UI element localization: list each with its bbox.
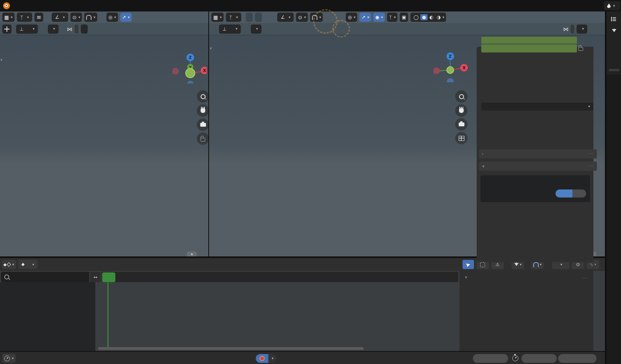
end-frame-field[interactable] [558, 354, 596, 363]
svg-text:X: X [462, 66, 466, 70]
pose-overlay-button[interactable]: ᛉ▾ [387, 13, 397, 22]
mirror-icon: ⋈ [67, 26, 72, 32]
auto-keying-toggle[interactable] [256, 354, 268, 363]
show-gizmo-button[interactable]: ↗▾ [360, 13, 371, 22]
timeline-footer: ▾ ▾ [0, 351, 605, 364]
show-gizmo-button[interactable]: ↗▾ [120, 13, 132, 22]
drag-select[interactable]: ▾ [251, 24, 261, 34]
shading-mode-group: ◯ ● ◐ ◑ ▾ [410, 13, 446, 22]
pan-hand-icon[interactable] [197, 104, 209, 117]
svg-text:Z: Z [449, 54, 451, 59]
dope-sheet-sidebar: ∨ ···· [459, 271, 593, 352]
transform-orientation-select[interactable]: ∠▾ [277, 13, 294, 22]
rig-properties-box [480, 175, 590, 202]
topbar: ▾ [0, 0, 621, 11]
timeline-ruler[interactable] [101, 272, 458, 282]
shading-dropdown-icon[interactable]: ▾ [443, 16, 445, 19]
keying-popover[interactable]: ▾ [269, 354, 276, 363]
orthographic-grid-icon[interactable] [455, 132, 467, 144]
menu-select[interactable] [246, 13, 253, 22]
panel-mimic-rig-properties[interactable]: ∨ ···· [479, 162, 597, 171]
rendered-shading-icon[interactable]: ◑ [435, 15, 441, 20]
drag-handle-icon[interactable]: ···· [582, 276, 588, 280]
editor-type-button[interactable]: ▦▾ [2, 13, 15, 22]
scene-selector[interactable]: ▾ [604, 1, 620, 10]
footer-expand-button[interactable]: ∧ [187, 251, 197, 256]
scene-icon [607, 3, 611, 8]
chevron-down-icon: ∨ [482, 165, 485, 168]
editor-type-button[interactable]: ▾ [2, 260, 16, 269]
active-tool-move-icon[interactable] [2, 24, 11, 34]
pose-options-popover[interactable] [81, 24, 88, 34]
current-frame-field[interactable] [473, 354, 508, 363]
invert-filter-button[interactable]: ↔ [90, 272, 101, 282]
drag-select[interactable]: ▾ [48, 24, 59, 34]
xray-toggle[interactable]: ▣ [400, 13, 408, 22]
location-y-partial-field[interactable] [481, 37, 577, 44]
navigation-gizmo[interactable]: Z X [433, 48, 468, 82]
solid-shading-icon[interactable]: ● [420, 14, 427, 20]
orientation-select[interactable]: ⊥▾ [219, 24, 241, 34]
outliner-scrollbar[interactable] [609, 69, 619, 71]
current-frame-badge[interactable] [102, 272, 116, 282]
chevron-down-icon: ▾ [613, 4, 615, 8]
search-icon [4, 274, 9, 279]
mirror-x-toggle[interactable] [75, 24, 78, 34]
show-overlays-button[interactable]: ◉▾ [373, 13, 385, 22]
filter-icon[interactable] [608, 25, 620, 36]
navigation-gizmo[interactable]: Z Y X [172, 49, 207, 83]
chevron-down-icon: ∨ [465, 276, 467, 279]
toolbar-expand-icon[interactable]: › [0, 57, 2, 62]
zoom-icon[interactable] [197, 90, 209, 103]
outliner-tree-icon[interactable] [608, 14, 620, 24]
horizontal-scrollbar[interactable] [98, 347, 364, 350]
dope-sheet-editor[interactable]: ▾ ▾ ⚠ ▾ ▾ ▾ ⊙ ∿▾ ↔ ∨ ···· [0, 257, 605, 352]
zoom-icon[interactable] [455, 90, 467, 103]
proportional-editing-button[interactable]: ◎▾ [106, 13, 118, 22]
viewport-left[interactable]: ▦▾ ᛉ▾ ≡ ∠▾ ⊙▾ ▾ ◎▾ ↗▾ ⊥▾ ▾ ⋈ › Z Y X ∧ [0, 11, 209, 256]
mode-select[interactable]: ᛉ▾ [226, 13, 241, 22]
lock-icon[interactable] [579, 45, 583, 52]
lock-view-icon[interactable] [197, 132, 209, 145]
mirror-x-toggle[interactable] [570, 24, 574, 34]
sidebar-n-panel: ▾ › ···· ∨ ···· [477, 47, 593, 262]
proportional-editing-button[interactable]: ◎▾ [346, 13, 357, 22]
menus-collapsed-button[interactable]: ≡ [34, 13, 43, 22]
camera-view-icon[interactable] [197, 119, 209, 131]
drag-handle-icon[interactable]: ···· [588, 164, 594, 168]
toolbar-collapse-icon[interactable]: ‹ [210, 45, 212, 51]
transform-orientation-select[interactable]: ∠▾ [52, 13, 68, 22]
channel-gutter [0, 282, 95, 352]
pose-options-popover[interactable]: ▾ [577, 24, 587, 34]
playhead-line[interactable] [108, 282, 108, 350]
mode-select[interactable]: ᛉ▾ [17, 13, 32, 22]
stopwatch-icon[interactable] [512, 355, 518, 362]
properties-editor-strip [606, 11, 621, 364]
location-z-field[interactable] [481, 44, 577, 52]
menu-pose[interactable] [255, 13, 262, 22]
pivot-point-button[interactable]: ⊙▾ [70, 13, 82, 22]
editor-type-button[interactable]: ▾ [2, 354, 16, 363]
rotation-mode-select[interactable]: ▾ [481, 103, 593, 111]
dope-sheet-mode-select[interactable]: ▾ [18, 260, 38, 269]
drag-handle-icon[interactable]: ···· [588, 152, 594, 156]
eye-colour-swatch[interactable] [556, 178, 586, 186]
start-frame-field[interactable] [521, 354, 557, 363]
viewport-right-tool-settings: ⊥▾ ▾ ⋈ ▾ [209, 23, 605, 35]
camera-view-icon[interactable] [455, 118, 467, 131]
pivot-point-button[interactable]: ⊙▾ [296, 13, 307, 22]
orientation-select[interactable]: ⊥▾ [16, 24, 38, 34]
gear-watermark-icon [332, 20, 350, 38]
cursor-select-toggle[interactable] [462, 260, 474, 269]
snap-toggle[interactable]: ▾ [84, 13, 97, 22]
material-shading-icon[interactable]: ◐ [428, 15, 435, 20]
editor-type-button[interactable]: ▦▾ [211, 13, 224, 22]
panel-mimic-rig-ui[interactable]: › ···· [479, 149, 597, 158]
pan-hand-icon[interactable] [455, 104, 467, 117]
emission-strength-slider[interactable] [556, 189, 586, 198]
mirror-icon: ⋈ [563, 26, 568, 32]
blender-logo-icon[interactable] [3, 2, 10, 9]
channel-search-input[interactable] [1, 272, 89, 282]
outliner-editor[interactable] [606, 11, 621, 75]
wireframe-shading-icon[interactable]: ◯ [412, 15, 420, 20]
